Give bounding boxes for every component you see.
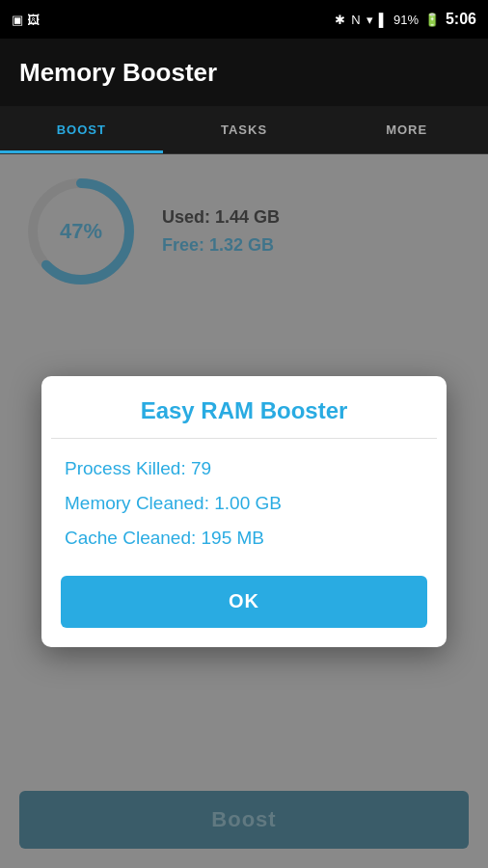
- dialog-title: Easy RAM Booster: [41, 376, 447, 438]
- notification-icons: ▣ 🖼: [12, 13, 40, 27]
- tab-bar: BOOST TASKS MORE: [0, 106, 488, 154]
- battery-icon: 🔋: [424, 13, 440, 27]
- cache-cleaned-label: Cache Cleaned:: [65, 528, 202, 548]
- status-bar: ▣ 🖼 ✱ N ▾ ▌ 91% 🔋 5:06: [0, 0, 488, 39]
- signal-icon: ▌: [379, 13, 388, 27]
- dialog-stat-memory: Memory Cleaned: 1.00 GB: [65, 493, 423, 514]
- clock: 5:06: [446, 11, 476, 28]
- tab-boost[interactable]: BOOST: [0, 106, 163, 153]
- tab-tasks[interactable]: TASKS: [163, 106, 326, 153]
- main-content: 47% Used: 1.44 GB Free: 1.32 GB Boost Ea…: [0, 154, 488, 868]
- status-bar-right: ✱ N ▾ ▌ 91% 🔋 5:06: [335, 11, 476, 28]
- memory-cleaned-label: Memory Cleaned:: [65, 493, 214, 513]
- cache-cleaned-value: 195 MB: [202, 528, 264, 548]
- memory-cleaned-value: 1.00 GB: [214, 493, 282, 513]
- dialog-ok-button[interactable]: OK: [61, 576, 427, 628]
- wifi-icon: ▾: [366, 13, 373, 27]
- dialog: Easy RAM Booster Process Killed: 79 Memo…: [41, 376, 447, 647]
- dialog-overlay: Easy RAM Booster Process Killed: 79 Memo…: [0, 154, 488, 868]
- bluetooth-icon: ✱: [335, 13, 345, 27]
- tab-more[interactable]: MORE: [325, 106, 488, 153]
- status-bar-left: ▣ 🖼: [12, 13, 40, 27]
- dialog-stat-cache: Cache Cleaned: 195 MB: [65, 528, 423, 549]
- app-title: Memory Booster: [19, 58, 217, 88]
- process-killed-value: 79: [191, 458, 211, 478]
- process-killed-label: Process Killed:: [65, 458, 191, 478]
- network-n-icon: N: [351, 13, 360, 27]
- app-header: Memory Booster: [0, 39, 488, 106]
- battery-level: 91%: [393, 13, 419, 27]
- dialog-stat-processes: Process Killed: 79: [65, 458, 423, 479]
- dialog-body: Process Killed: 79 Memory Cleaned: 1.00 …: [41, 439, 447, 572]
